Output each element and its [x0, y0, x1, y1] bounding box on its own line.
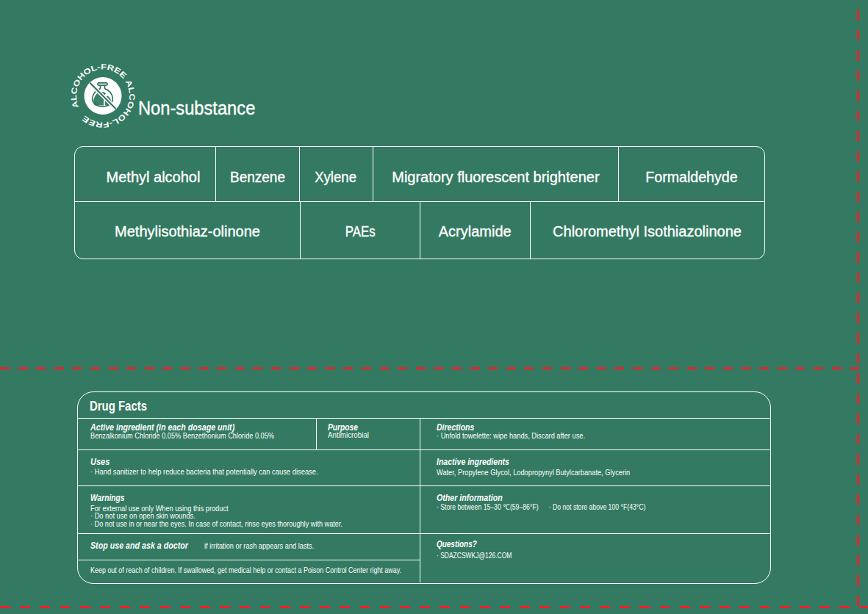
substance-cell: Methyl alcohol — [75, 147, 215, 202]
other-information-heading-text: Other information — [437, 493, 503, 503]
questions-body: · SDAZCSWKJ@126.COM — [437, 552, 530, 559]
other-information-item2: · Do not store above 100 °F(43°C) — [548, 502, 645, 511]
divider — [420, 418, 420, 583]
questions-heading: Questions? — [437, 539, 485, 549]
uses-body: · Hand sanitizer to help reduce bacteria… — [90, 468, 345, 475]
inactive-ingredients-heading-text: Inactive ingredients — [437, 457, 509, 467]
divider — [78, 485, 770, 486]
keep-out-body: Keep out of reach of children. If swallo… — [90, 566, 456, 574]
substance-table: Methyl alcohol Benzene Xylene Migratory … — [74, 146, 765, 259]
stop-use-heading: Stop use and ask a doctor — [90, 541, 188, 551]
substance-cell-text: Chloromethyl Isothiazolinone — [553, 223, 742, 240]
substance-cell: Xylene — [299, 147, 373, 202]
uses-heading-text: Uses — [90, 457, 110, 467]
substance-table-row2: Methylisothiaz-olinone PAEs Acrylamide C… — [75, 202, 764, 259]
other-information-body: · Store between 15–30 ℃(59–86°F)· Do not… — [437, 503, 689, 510]
uses-body-text: · Hand sanitizer to help reduce bacteria… — [90, 468, 318, 475]
purpose-body-text: Antimicrobial — [328, 431, 369, 438]
active-ingredient-body: Benzalkonium Chloride 0.05% Benzethonium… — [90, 432, 300, 439]
divider — [316, 418, 317, 449]
brand-title: Non-substance — [138, 98, 267, 118]
substance-cell: Chloromethyl Isothiazolinone — [530, 202, 764, 259]
questions-body-text: · SDAZCSWKJ@126.COM — [437, 552, 512, 559]
divider — [78, 533, 770, 534]
substance-cell-text: Formaldehyde — [645, 169, 737, 186]
directions-body-text: · Unfold towelette: wipe hands, Discard … — [437, 432, 585, 439]
brand-title-text: Non-substance — [138, 98, 255, 118]
substance-cell-text: Methyl alcohol — [90, 169, 201, 186]
cut-line-middle — [0, 367, 868, 369]
active-ingredient-body-text: Benzalkonium Chloride 0.05% Benzethonium… — [90, 432, 274, 439]
inactive-ingredients-body: Water, Propylene Glycol, Lodopropynyl Bu… — [437, 469, 656, 476]
other-information-item1: · Store between 15–30 ℃(59–86°F) — [437, 502, 539, 511]
substance-cell-text: PAEs — [345, 223, 375, 240]
substance-table-row1: Methyl alcohol Benzene Xylene Migratory … — [75, 147, 764, 203]
substance-cell: Benzene — [215, 147, 299, 202]
questions-heading-text: Questions? — [437, 539, 477, 549]
label-sheet: ALCOHOL-FREE ALCOHOL-FREE Non-substance … — [0, 0, 868, 614]
divider — [78, 418, 770, 419]
inactive-ingredients-body-text: Water, Propylene Glycol, Lodopropynyl Bu… — [437, 469, 630, 476]
inactive-ingredients-heading: Inactive ingredients — [437, 457, 520, 467]
substance-cell: Acrylamide — [420, 202, 530, 259]
keep-out-body-text: Keep out of reach of children. If swallo… — [90, 566, 401, 574]
other-information-heading: Other information — [437, 493, 511, 503]
substance-cell-text: Acrylamide — [439, 223, 512, 240]
drug-facts-panel: Drug Facts Active ingredient (in each do… — [77, 391, 771, 584]
alcohol-free-logo: ALCOHOL-FREE ALCOHOL-FREE — [62, 54, 144, 137]
divider — [78, 560, 420, 560]
substance-cell-text: Benzene — [230, 169, 285, 186]
substance-cell: Methylisothiaz-olinone — [75, 202, 300, 259]
substance-cell-text: Migratory fluorescent brightener — [392, 169, 599, 186]
substance-cell: Formaldehyde — [618, 147, 764, 202]
warnings-line3-text: · Do not use in or near the eyes. In cas… — [90, 520, 342, 527]
substance-cell-text: Xylene — [315, 169, 357, 186]
drug-facts-title-text: Drug Facts — [90, 398, 147, 414]
warnings-heading: Warnings — [90, 493, 130, 503]
other-information-items: · Store between 15–30 ℃(59–86°F)· Do not… — [437, 503, 645, 510]
substance-cell-text: Methylisothiaz-olinone — [115, 223, 260, 240]
warnings-heading-text: Warnings — [90, 493, 124, 503]
uses-heading: Uses — [90, 457, 112, 467]
warnings-line3: · Do not use in or near the eyes. In cas… — [90, 520, 379, 527]
substance-cell: Migratory fluorescent brightener — [373, 147, 619, 202]
cut-line-bottom — [0, 606, 868, 608]
directions-body: · Unfold towelette: wipe hands, Discard … — [437, 432, 605, 439]
drug-facts-title: Drug Facts — [90, 398, 162, 414]
substance-cell: PAEs — [300, 202, 420, 259]
divider — [78, 449, 770, 450]
stop-use-body: if irritation or rash appears and lasts. — [204, 542, 314, 549]
purpose-body: Antimicrobial — [328, 431, 372, 438]
cut-line-right — [857, 0, 859, 607]
